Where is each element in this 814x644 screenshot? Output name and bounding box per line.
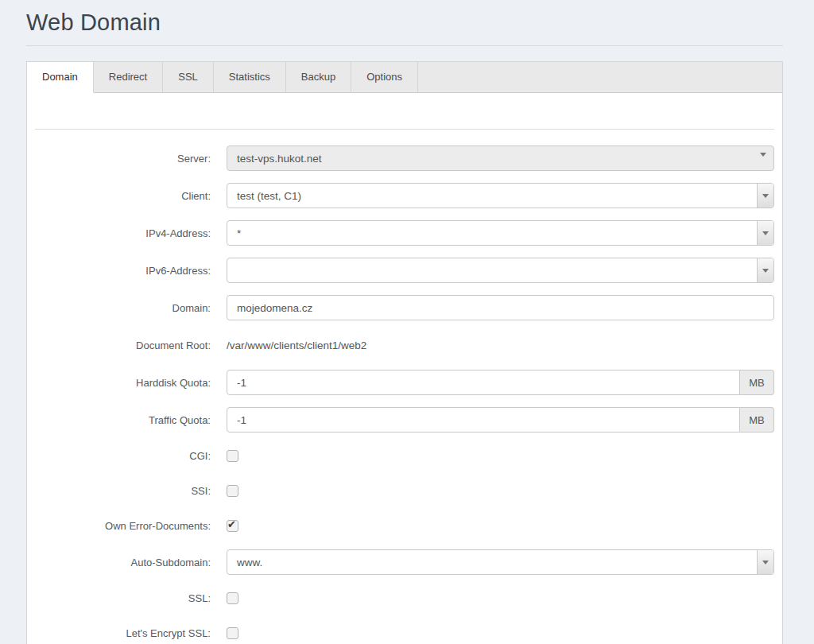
own-error-documents-label: Own Error-Documents: xyxy=(35,520,211,532)
dropdown-arrow-icon xyxy=(757,221,773,245)
traffic-quota-label: Traffic Quota: xyxy=(35,414,211,426)
server-select[interactable]: test-vps.hukot.net xyxy=(227,145,774,171)
form-row-harddisk-quota: Harddisk Quota: MB xyxy=(35,370,774,395)
document-root-label: Document Root: xyxy=(35,339,211,351)
section-divider xyxy=(35,129,774,130)
form-row-own-error-documents: Own Error-Documents: xyxy=(35,514,774,537)
document-root-value: /var/www/clients/client1/web2 xyxy=(227,339,366,351)
traffic-quota-unit: MB xyxy=(740,407,774,433)
harddisk-quota-unit: MB xyxy=(740,370,774,395)
form-row-ssl: SSL: xyxy=(35,587,774,610)
ssi-checkbox[interactable] xyxy=(227,485,238,497)
ipv6-select[interactable] xyxy=(227,258,774,283)
form-row-ssi: SSI: xyxy=(35,479,774,502)
ipv4-select[interactable]: * xyxy=(227,220,774,246)
page-title: Web Domain xyxy=(26,10,783,36)
auto-subdomain-select-value: www. xyxy=(237,557,262,568)
tab-redirect[interactable]: Redirect xyxy=(94,62,163,93)
dropdown-arrow-icon xyxy=(757,550,773,574)
tab-statistics[interactable]: Statistics xyxy=(214,62,286,93)
form-row-document-root: Document Root: /var/www/clients/client1/… xyxy=(35,332,774,358)
cgi-checkbox[interactable] xyxy=(227,450,238,462)
web-domain-panel: Domain Redirect SSL Statistics Backup Op… xyxy=(26,61,783,644)
form-row-cgi: CGI: xyxy=(35,444,774,467)
title-divider xyxy=(26,45,783,46)
lets-encrypt-label: Let's Encrypt SSL: xyxy=(35,627,211,639)
client-select-value: test (test, C1) xyxy=(237,190,301,202)
web-domain-form: Server: test-vps.hukot.net Client: test … xyxy=(35,145,774,644)
domain-label: Domain: xyxy=(35,302,211,314)
domain-input[interactable] xyxy=(227,295,774,320)
client-label: Client: xyxy=(35,190,211,202)
form-row-ipv6: IPv6-Address: xyxy=(35,258,774,283)
form-row-domain: Domain: xyxy=(35,295,774,320)
tab-backup[interactable]: Backup xyxy=(286,62,351,93)
harddisk-quota-input[interactable] xyxy=(227,370,740,395)
dropdown-arrow-icon xyxy=(757,258,773,282)
server-select-value: test-vps.hukot.net xyxy=(237,153,322,165)
ssl-label: SSL: xyxy=(35,592,211,604)
tab-options[interactable]: Options xyxy=(351,62,418,93)
tab-ssl[interactable]: SSL xyxy=(163,62,214,93)
auto-subdomain-select[interactable]: www. xyxy=(227,549,774,575)
ssi-label: SSI: xyxy=(35,485,211,497)
ipv4-select-value: * xyxy=(237,227,241,239)
form-row-traffic-quota: Traffic Quota: MB xyxy=(35,407,774,433)
tab-bar-filler xyxy=(418,62,782,93)
own-error-documents-checkbox[interactable] xyxy=(227,520,238,532)
client-select[interactable]: test (test, C1) xyxy=(227,183,774,208)
ipv6-label: IPv6-Address: xyxy=(35,265,211,277)
form-row-auto-subdomain: Auto-Subdomain: www. xyxy=(35,549,774,575)
form-row-lets-encrypt: Let's Encrypt SSL: xyxy=(35,622,774,644)
form-row-client: Client: test (test, C1) xyxy=(35,183,774,208)
cgi-label: CGI: xyxy=(35,450,211,462)
lets-encrypt-checkbox[interactable] xyxy=(227,627,238,639)
form-row-server: Server: test-vps.hukot.net xyxy=(35,145,774,171)
dropdown-arrow-icon xyxy=(757,184,773,208)
tab-domain[interactable]: Domain xyxy=(27,62,94,93)
form-row-ipv4: IPv4-Address: * xyxy=(35,220,774,246)
server-label: Server: xyxy=(35,153,211,165)
dropdown-arrow-icon xyxy=(760,157,766,169)
ipv4-label: IPv4-Address: xyxy=(35,227,211,239)
traffic-quota-input[interactable] xyxy=(227,407,740,433)
tab-content-domain: Server: test-vps.hukot.net Client: test … xyxy=(27,129,782,644)
harddisk-quota-label: Harddisk Quota: xyxy=(35,377,211,389)
tab-bar: Domain Redirect SSL Statistics Backup Op… xyxy=(27,62,782,93)
auto-subdomain-label: Auto-Subdomain: xyxy=(35,557,211,568)
ssl-checkbox[interactable] xyxy=(227,592,238,604)
page-content: Web Domain Domain Redirect SSL Statistic… xyxy=(26,10,783,644)
